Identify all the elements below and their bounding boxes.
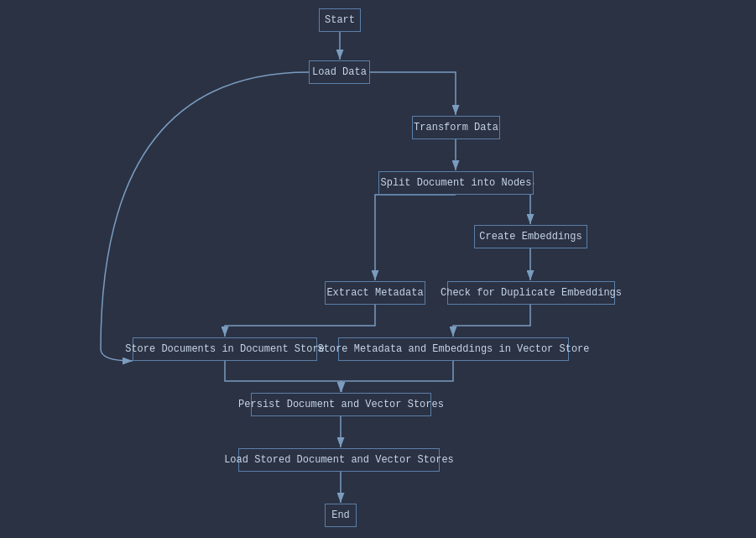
node-store-documents: Store Documents in Document Store (133, 337, 317, 361)
node-persist: Persist Document and Vector Stores (251, 393, 431, 416)
node-store-metadata: Store Metadata and Embeddings in Vector … (338, 337, 569, 361)
node-start: Start (319, 8, 361, 32)
node-create-embeddings: Create Embeddings (474, 225, 587, 248)
node-check-duplicate: Check for Duplicate Embeddings (447, 281, 615, 305)
node-load-stored: Load Stored Document and Vector Stores (238, 448, 440, 472)
flowchart: Start Load Data Transform Data Split Doc… (0, 0, 756, 538)
node-load-data: Load Data (309, 60, 370, 84)
node-extract-metadata: Extract Metadata (325, 281, 425, 305)
node-end: End (325, 504, 357, 527)
node-transform-data: Transform Data (412, 116, 500, 139)
node-split-document: Split Document into Nodes (378, 171, 534, 195)
